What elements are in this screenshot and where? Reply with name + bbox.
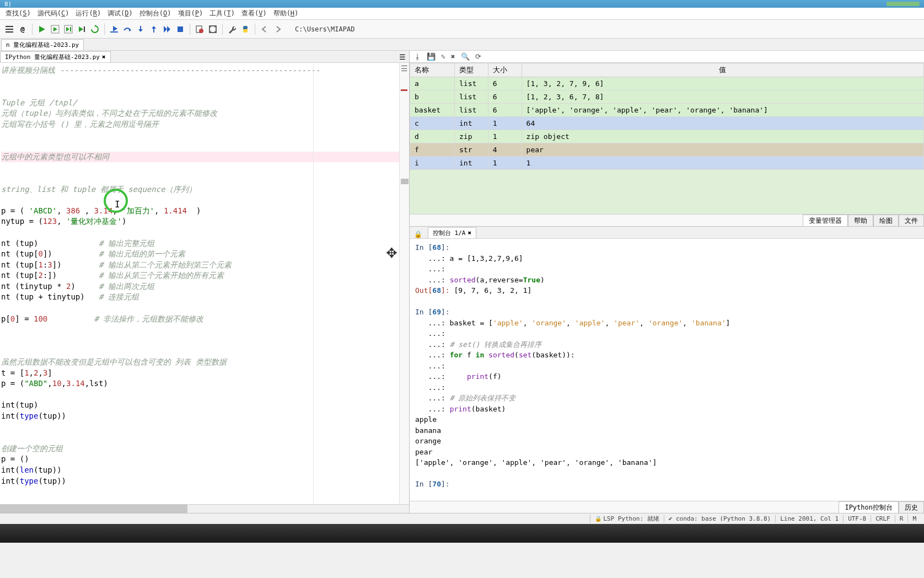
run-cell-icon[interactable] — [49, 23, 61, 35]
menu-控制台(O)[interactable]: 控制台(O) — [136, 8, 175, 19]
status-eol[interactable]: CRLF — [871, 515, 895, 522]
panel-tab-文件[interactable]: 文件 — [899, 215, 924, 226]
run-cell-advance-icon[interactable] — [62, 23, 74, 35]
editor-menu-icon[interactable]: ☰ — [396, 52, 409, 62]
menu-源代码(C)[interactable]: 源代码(C) — [34, 8, 73, 19]
console-btab-IPython控制台[interactable]: IPython控制台 — [839, 501, 899, 513]
code-line: p[0] = 100 # 非法操作，元组数据不能修改 — [1, 314, 409, 325]
debug-file-icon[interactable] — [194, 23, 206, 35]
menu-调试(D)[interactable]: 调试(D) — [104, 8, 136, 19]
status-line-col[interactable]: Line 2001, Col 1 — [775, 515, 843, 522]
python-icon[interactable] — [239, 23, 251, 35]
at-icon[interactable]: @ — [17, 23, 29, 35]
code-line: 讲座视频分隔线 --------------------------------… — [1, 65, 409, 76]
status-encoding[interactable]: UTF-8 — [843, 515, 871, 522]
var-cell: str — [455, 143, 488, 157]
code-line: int(type(tup)) — [1, 411, 409, 422]
debug-step-icon[interactable] — [108, 23, 120, 35]
var-cell: list — [455, 77, 488, 90]
svg-marker-13 — [113, 26, 117, 31]
edit-icon[interactable]: ✎ — [441, 52, 445, 61]
menu-查找(S)[interactable]: 查找(S) — [2, 8, 34, 19]
panel-tab-帮助[interactable]: 帮助 — [848, 215, 873, 226]
step-over-icon[interactable] — [121, 23, 133, 35]
var-header[interactable]: 类型 — [455, 63, 488, 77]
step-out-icon[interactable] — [148, 23, 160, 35]
rerun-icon[interactable] — [89, 23, 101, 35]
var-header[interactable]: 名称 — [410, 63, 455, 77]
continue-icon[interactable] — [161, 23, 173, 35]
forward-icon[interactable] — [272, 23, 284, 35]
console-bottom-tabs: IPython控制台历史 — [410, 501, 924, 513]
delete-icon[interactable]: ✖ — [451, 52, 455, 61]
variable-explorer: 名称类型大小值 alist6[1, 3, 2, 7, 9, 6]blist6[1… — [410, 63, 924, 214]
console-tab[interactable]: 控制台 1/A ✖ — [428, 227, 476, 238]
code-line — [1, 432, 409, 443]
ipython-console[interactable]: In [68]: ...: a = [1,3,2,7,9,6] ...: ...… — [410, 239, 924, 501]
variable-row[interactable]: iint11 — [410, 157, 924, 170]
wrench-icon[interactable] — [226, 23, 238, 35]
svg-rect-17 — [153, 28, 154, 33]
svg-point-23 — [199, 29, 203, 33]
panel-tab-绘图[interactable]: 绘图 — [873, 215, 899, 226]
error-marker — [401, 89, 407, 91]
variable-row[interactable]: dzip1zip object — [410, 130, 924, 143]
close-icon[interactable]: ✖ — [102, 53, 106, 61]
menu-项目(P)[interactable]: 项目(P) — [175, 8, 207, 19]
menu-工具(T)[interactable]: 工具(T) — [206, 8, 238, 19]
code-editor[interactable]: I ✥ 讲座视频分隔线 ----------------------------… — [0, 63, 409, 504]
svg-marker-9 — [79, 26, 83, 32]
close-icon[interactable]: ✖ — [468, 229, 472, 237]
variable-row[interactable]: alist6[1, 3, 2, 7, 9, 6] — [410, 77, 924, 90]
menu-查看(V)[interactable]: 查看(V) — [238, 8, 270, 19]
main-toolbar: @ C:\Users\MIAPAD — [0, 20, 924, 39]
status-lsp[interactable]: LSP Python: 就绪 — [590, 515, 663, 523]
var-header[interactable]: 大小 — [488, 63, 522, 77]
stop-icon[interactable] — [174, 23, 186, 35]
var-cell: pear — [522, 143, 923, 157]
run-selection-icon[interactable] — [76, 23, 88, 35]
code-line — [1, 335, 409, 346]
variable-row[interactable]: basketlist6['apple', 'orange', 'apple', … — [410, 104, 924, 117]
code-line: int(type(tup)) — [1, 476, 409, 487]
var-cell: 1 — [488, 130, 522, 143]
var-cell: 4 — [488, 143, 522, 157]
back-icon[interactable] — [259, 23, 271, 35]
status-conda[interactable]: ✔ conda: base (Python 3.8.8) — [664, 515, 775, 522]
editor-options-icon[interactable]: ☰ — [400, 63, 409, 74]
code-line — [1, 422, 409, 433]
refresh-icon[interactable]: ⟳ — [475, 52, 481, 61]
var-cell: list — [455, 90, 488, 104]
os-taskbar[interactable] — [0, 524, 924, 543]
panel-tab-变量管理器[interactable]: 变量管理器 — [803, 215, 848, 226]
var-cell: [1, 2, 3, 6, 7, 8] — [522, 90, 923, 104]
code-line — [1, 87, 409, 98]
console-lock-icon[interactable]: 🔒 — [414, 231, 422, 238]
list-icon[interactable] — [3, 23, 15, 35]
code-line: t = [1,2,3] — [1, 368, 409, 379]
search-icon[interactable]: 🔍 — [461, 52, 470, 61]
working-dir-path[interactable]: C:\Users\MIAPAD — [291, 24, 359, 34]
menu-帮助(H)[interactable]: 帮助(H) — [270, 8, 302, 19]
maximize-icon[interactable] — [207, 23, 219, 35]
status-rw: R — [895, 515, 908, 522]
variable-row[interactable]: blist6[1, 2, 3, 6, 7, 8] — [410, 90, 924, 104]
svg-marker-20 — [167, 26, 170, 33]
vscroll-thumb[interactable] — [401, 179, 409, 184]
svg-rect-1 — [6, 29, 13, 30]
editor-tab[interactable]: IPython 量化编程基础-2023.py ✖ — [0, 51, 111, 62]
title-bar-indicator — [887, 2, 920, 6]
editor-vscroll[interactable]: ☰ — [399, 63, 409, 504]
hscroll-thumb[interactable] — [0, 505, 187, 513]
variable-row[interactable]: cint164 — [410, 117, 924, 130]
var-header[interactable]: 值 — [522, 63, 923, 77]
import-icon[interactable]: ⭳ — [414, 52, 421, 61]
console-btab-历史[interactable]: 历史 — [899, 501, 924, 513]
file-tab[interactable]: n 量化编程基础-2023.py — [1, 39, 84, 50]
menu-运行(R)[interactable]: 运行(R) — [72, 8, 104, 19]
step-into-icon[interactable] — [135, 23, 147, 35]
run-icon[interactable] — [36, 23, 48, 35]
variable-row[interactable]: fstr4pear — [410, 143, 924, 157]
editor-hscroll[interactable] — [0, 504, 409, 513]
save-icon[interactable]: 💾 — [427, 52, 436, 61]
